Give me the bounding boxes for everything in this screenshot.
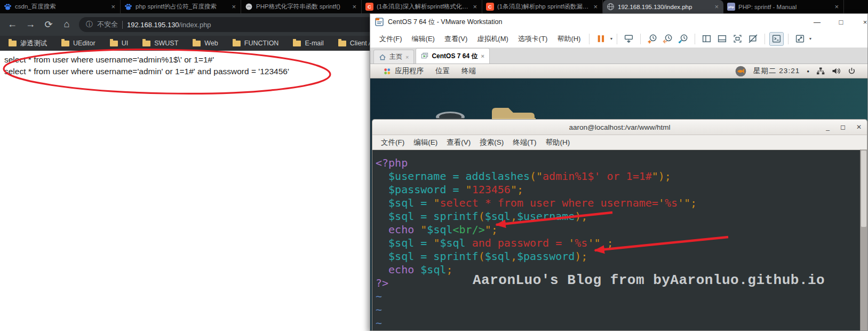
gnome-top-panel: 应用程序位置终端 星期二 23:21● — [370, 64, 867, 78]
vmware-menu-item[interactable]: 编辑(E) — [407, 32, 440, 46]
vmware-menu-item[interactable]: 查看(V) — [440, 32, 472, 46]
fit-icon[interactable] — [793, 33, 807, 45]
vmware-tab-strip: 主页×CentOS 7 64 位× — [370, 48, 867, 64]
tab-close-icon[interactable]: × — [592, 3, 599, 11]
snap-revert-icon[interactable] — [661, 33, 674, 45]
dropdown-caret-icon[interactable]: ▼ — [808, 37, 812, 41]
toolbar-separator — [617, 34, 617, 44]
home-icon[interactable]: ⌂ — [58, 19, 76, 30]
vmware-titlebar[interactable]: CentOS 7 64 位 - VMware Workstation —□× — [370, 14, 867, 30]
terminal-maximize-button[interactable]: ◻ — [840, 123, 846, 131]
terminal-menu-item[interactable]: 终端(T) — [513, 138, 536, 147]
terminal-close-button[interactable]: ✕ — [856, 123, 862, 131]
gnome-menu-places[interactable]: 位置 — [435, 66, 450, 76]
console-icon[interactable] — [770, 33, 783, 45]
terminal-minimize-button[interactable]: _ — [826, 123, 830, 131]
vmtab-icon — [421, 52, 428, 60]
gnome-panel-menus: 应用程序位置终端 — [370, 66, 476, 76]
vmware-close-button[interactable]: × — [853, 14, 868, 30]
tab-close-icon[interactable]: × — [833, 3, 840, 11]
browser-tab[interactable]: php sprintf的占位符_百度搜索× — [121, 0, 241, 13]
gnome-menu-label: 终端 — [461, 66, 476, 76]
tab-close-icon[interactable]: × — [405, 54, 409, 60]
vmware-tab[interactable]: CentOS 7 64 位× — [416, 48, 489, 64]
svg-text:C: C — [488, 4, 492, 10]
dropdown-caret-icon[interactable]: ▼ — [609, 37, 613, 41]
csdn-favicon: C — [486, 3, 494, 11]
bookmark-folder-icon — [193, 41, 201, 46]
terminal-scrollbar[interactable] — [860, 149, 867, 330]
tab-close-icon[interactable]: × — [230, 3, 237, 11]
code-line: $password = "123456"; — [376, 183, 861, 196]
terminal-menu-item[interactable]: 编辑(E) — [413, 138, 437, 147]
bookmark-label: UI — [122, 40, 129, 47]
vmware-minimize-button[interactable]: — — [805, 14, 829, 30]
terminal-menu-item[interactable]: 搜索(S) — [480, 138, 504, 147]
vmware-tab[interactable]: 主页× — [373, 50, 414, 64]
browser-tab[interactable]: C(1条消息)深入解析sprintf格式化…× — [362, 0, 482, 13]
terminal-menu-item[interactable]: 文件(F) — [381, 138, 404, 147]
bookmark-item[interactable]: E-mail — [293, 40, 323, 47]
tab-close-icon[interactable]: × — [481, 53, 484, 59]
bookmark-folder-icon — [293, 41, 301, 46]
tab-title: (1条消息)深入解析sprintf格式化… — [377, 3, 468, 11]
gnome-menu-applications[interactable]: 应用程序 — [383, 66, 424, 76]
vmware-window-title: CentOS 7 64 位 - VMware Workstation — [388, 18, 502, 27]
unity-icon[interactable] — [746, 33, 760, 45]
browser-tab[interactable]: csdn_百度搜索× — [0, 0, 121, 13]
reload-icon[interactable]: ⟳ — [39, 19, 58, 30]
vmware-menu-item[interactable]: 选项卡(T) — [513, 32, 553, 46]
back-icon[interactable]: ← — [3, 19, 21, 30]
baidu-favicon — [4, 3, 12, 11]
bookmark-item[interactable]: UEditor — [61, 40, 95, 47]
send-cad-icon[interactable] — [622, 33, 635, 45]
fish-applet-icon[interactable] — [735, 66, 746, 77]
vmware-logo-icon — [375, 18, 384, 26]
vmware-maximize-button[interactable]: □ — [829, 14, 853, 30]
pane-bottom-icon[interactable] — [715, 33, 729, 45]
snap-take-icon[interactable] — [646, 33, 659, 45]
terminal-menu-item[interactable]: 查看(V) — [447, 138, 471, 147]
terminal-titlebar[interactable]: aaron@localhost:/var/www/html _◻✕ — [372, 120, 867, 135]
tab-close-icon[interactable]: × — [713, 3, 720, 11]
browser-tab[interactable]: 192.168.195.130/index.php× — [603, 0, 723, 13]
power-icon[interactable] — [848, 67, 856, 75]
browser-tab[interactable]: PHP格式化字符串函数 sprintf()× — [241, 0, 362, 13]
bookmark-item[interactable]: Web — [193, 40, 218, 47]
tab-close-icon[interactable]: × — [472, 3, 478, 11]
pause-icon[interactable] — [594, 33, 608, 45]
forward-icon[interactable]: → — [21, 19, 39, 30]
vmware-tab-label: 主页 — [389, 52, 402, 61]
bookmark-item[interactable]: 渗透测试 — [9, 39, 47, 48]
gnome-menu-terminal[interactable]: 终端 — [461, 66, 476, 76]
vmware-window: CentOS 7 64 位 - VMware Workstation —□× 文… — [370, 13, 868, 331]
terminal-window: aaron@localhost:/var/www/html _◻✕ 文件(F)编… — [372, 119, 867, 330]
url-path: /index.php — [179, 21, 211, 29]
terminal-title: aaron@localhost:/var/www/html — [569, 123, 670, 131]
bookmark-item[interactable]: UI — [110, 40, 129, 47]
tab-close-icon[interactable]: × — [351, 3, 357, 11]
snap-manage-icon[interactable] — [676, 33, 690, 45]
vmware-menu-item[interactable]: 文件(F) — [375, 32, 407, 46]
terminal-menu-item[interactable]: 帮助(H) — [546, 138, 570, 147]
panel-clock[interactable]: 星期二 23:21 — [753, 66, 800, 76]
url-text[interactable]: 192.168.195.130/index.php — [127, 21, 211, 29]
network-icon[interactable] — [816, 67, 825, 75]
tab-close-icon[interactable]: × — [110, 3, 116, 11]
generic-favicon — [245, 3, 253, 11]
terminal-content: <?php $username = addslashes("admin%1$' … — [372, 149, 861, 330]
bookmark-folder-icon — [338, 41, 346, 46]
code-line: echo "$sql<br/>"; — [376, 223, 861, 237]
volume-icon[interactable] — [832, 67, 841, 75]
fullscreen-icon[interactable] — [731, 33, 744, 45]
sql-output-line-1: select * from user where username='admin… — [4, 55, 214, 65]
bookmark-item[interactable]: FUNCTION — [233, 40, 279, 47]
browser-tab[interactable]: phpPHP: sprintf - Manual× — [723, 0, 844, 13]
code-line: $sql = sprintf($sql,$username); — [376, 210, 861, 223]
pane-left-icon[interactable] — [700, 33, 713, 45]
bookmark-item[interactable]: SWUST — [142, 40, 178, 47]
browser-tab[interactable]: C(1条消息)解析php sprintf函数漏…× — [482, 0, 603, 13]
vmware-menu-item[interactable]: 帮助(H) — [552, 32, 585, 46]
vmware-menu-item[interactable]: 虚拟机(M) — [472, 32, 513, 46]
site-info-icon[interactable]: ⓘ — [86, 20, 93, 29]
